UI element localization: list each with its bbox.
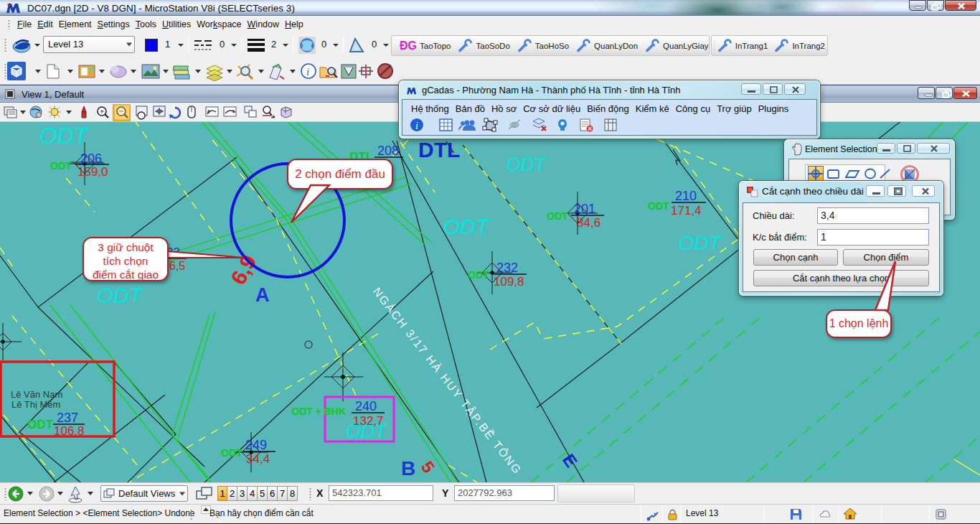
- svg-text:232: 232: [496, 261, 518, 275]
- svg-text:159,0: 159,0: [77, 165, 108, 179]
- svg-text:171,4: 171,4: [671, 204, 702, 217]
- svg-text:206: 206: [80, 151, 102, 166]
- svg-text:249: 249: [245, 438, 267, 452]
- svg-text:ODT: ODT: [39, 123, 90, 149]
- svg-text:ODT: ODT: [97, 284, 144, 307]
- svg-text:240: 240: [355, 399, 377, 413]
- svg-text:132,7: 132,7: [353, 414, 384, 428]
- svg-text:ODT: ODT: [547, 210, 568, 222]
- svg-text:ODT: ODT: [221, 447, 242, 459]
- svg-text:B: B: [401, 457, 415, 479]
- svg-text:106,8: 106,8: [54, 424, 85, 438]
- svg-text:109,8: 109,8: [494, 275, 524, 289]
- svg-text:ODT: ODT: [27, 418, 54, 431]
- svg-text:i: i: [415, 121, 418, 131]
- svg-text:Lê Văn Nam: Lê Văn Nam: [11, 389, 62, 400]
- svg-text:Lê Thị Mềm: Lê Thị Mềm: [11, 399, 60, 410]
- svg-text:208: 208: [377, 144, 399, 158]
- svg-text:237: 237: [57, 411, 78, 425]
- svg-text:ODT: ODT: [507, 154, 547, 175]
- svg-text:i: i: [306, 66, 309, 78]
- svg-text:210: 210: [675, 189, 697, 203]
- svg-text:34,4: 34,4: [246, 452, 270, 466]
- svg-text:ODT: ODT: [443, 215, 491, 238]
- svg-text:ODT: ODT: [468, 269, 489, 281]
- svg-text:ODT: ODT: [50, 160, 72, 172]
- svg-text:ODT + BHK: ODT + BHK: [291, 406, 346, 417]
- svg-text:201: 201: [574, 202, 595, 216]
- svg-text:A: A: [255, 284, 270, 306]
- svg-text:DTL: DTL: [418, 138, 460, 162]
- svg-text:ODT: ODT: [679, 232, 722, 254]
- svg-text:ODT: ODT: [648, 200, 669, 212]
- svg-text:84,6: 84,6: [577, 216, 600, 230]
